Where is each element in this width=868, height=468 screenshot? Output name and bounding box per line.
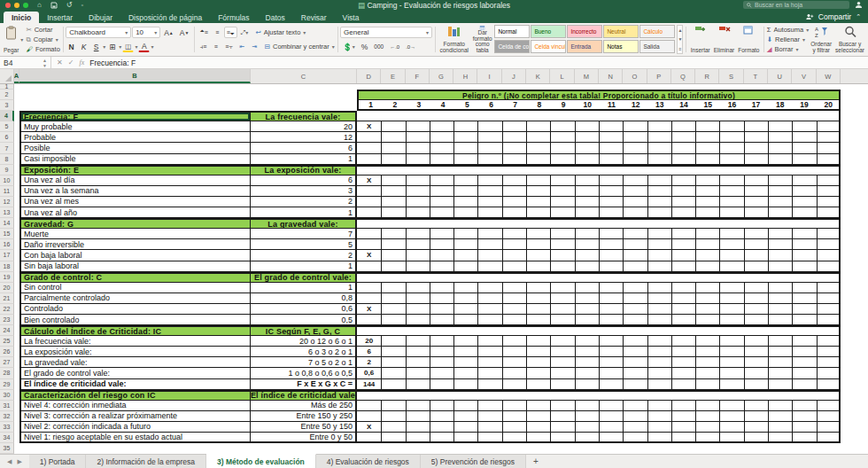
- cell-V12[interactable]: [792, 197, 816, 207]
- cell-L27[interactable]: [550, 357, 574, 368]
- column-header-I[interactable]: I: [477, 69, 501, 83]
- cell-F15[interactable]: [406, 229, 430, 239]
- ribbon-tab-datos[interactable]: Datos: [258, 12, 293, 23]
- cell-T10[interactable]: [744, 176, 768, 186]
- paste-dropdown[interactable]: ▾: [20, 36, 23, 43]
- cell-T15[interactable]: [744, 229, 768, 239]
- cell-B28[interactable]: El grado de control vale:: [19, 368, 251, 378]
- cell-B15[interactable]: Muerte: [19, 229, 251, 239]
- cell-J28[interactable]: [502, 368, 526, 378]
- cell-B23[interactable]: Bien controlado: [19, 315, 251, 325]
- cell-W8[interactable]: [817, 154, 841, 165]
- cell-Q6[interactable]: [671, 132, 695, 143]
- cell-Q22[interactable]: [671, 304, 695, 315]
- cell-I16[interactable]: [477, 239, 501, 250]
- row-header-34[interactable]: 34: [0, 433, 14, 443]
- cell-L21[interactable]: [550, 293, 574, 304]
- cell-K17[interactable]: [526, 250, 550, 261]
- cell-E18[interactable]: [381, 261, 405, 272]
- cell-U22[interactable]: [768, 304, 792, 315]
- cell-D20[interactable]: [357, 283, 381, 293]
- ribbon-tab-disposici-n-de-p-gina[interactable]: Disposición de página: [120, 12, 210, 23]
- column-header-Q[interactable]: Q: [671, 69, 695, 83]
- cell-R20[interactable]: [695, 283, 719, 293]
- cell-V11[interactable]: [792, 186, 816, 197]
- cell-L7[interactable]: [550, 143, 574, 153]
- cell-J6[interactable]: [502, 132, 526, 143]
- sheet-nav-left-icon[interactable]: ◀: [7, 458, 12, 465]
- cell-M27[interactable]: [575, 357, 599, 368]
- cell-O10[interactable]: [623, 176, 647, 186]
- cell-H12[interactable]: [453, 197, 477, 207]
- cell-F8[interactable]: [406, 154, 430, 165]
- cell-I20[interactable]: [477, 283, 501, 293]
- cell-M17[interactable]: [575, 250, 599, 261]
- cell-K33[interactable]: [526, 422, 550, 433]
- cell-D13[interactable]: [357, 207, 381, 218]
- cell-N11[interactable]: [599, 186, 623, 197]
- column-header-F[interactable]: F: [406, 69, 430, 83]
- cell-P12[interactable]: [647, 197, 671, 207]
- cell-R17[interactable]: [695, 250, 719, 261]
- cell-C33[interactable]: Entre 50 y 150: [251, 422, 357, 433]
- cell-E17[interactable]: [381, 250, 405, 261]
- cell-O23[interactable]: [623, 315, 647, 325]
- cell-R13[interactable]: [695, 207, 719, 218]
- cell-H20[interactable]: [453, 283, 477, 293]
- peligro-number-cell[interactable]: 6: [479, 100, 503, 109]
- cell-C7[interactable]: 6: [251, 143, 357, 153]
- cell-T23[interactable]: [744, 315, 768, 325]
- cell-K21[interactable]: [526, 293, 550, 304]
- format-painter-button[interactable]: 🖌Formato: [26, 45, 59, 53]
- cell-E33[interactable]: [381, 422, 405, 433]
- cell-V6[interactable]: [792, 132, 816, 143]
- row-header-32[interactable]: 32: [0, 411, 14, 422]
- cell-R25[interactable]: [695, 336, 719, 347]
- cell-T26[interactable]: [744, 347, 768, 357]
- cell-N28[interactable]: [599, 368, 623, 378]
- cell-T7[interactable]: [744, 143, 768, 153]
- cell-O7[interactable]: [623, 143, 647, 153]
- insert-cells-button[interactable]: Insertar: [689, 25, 712, 54]
- cell-L13[interactable]: [550, 207, 574, 218]
- cell-R32[interactable]: [695, 411, 719, 422]
- cell-B22[interactable]: Controlado: [19, 304, 251, 315]
- cell-O31[interactable]: [623, 401, 647, 411]
- decrease-indent-button[interactable]: ⇤: [236, 41, 248, 52]
- cell-O8[interactable]: [623, 154, 647, 165]
- cell-N25[interactable]: [599, 336, 623, 347]
- cell-S8[interactable]: [719, 154, 743, 165]
- row-header-20[interactable]: 20: [0, 283, 14, 293]
- cell-L18[interactable]: [550, 261, 574, 272]
- cell-B17[interactable]: Con baja laboral: [19, 250, 251, 261]
- cell-J16[interactable]: [502, 239, 526, 250]
- cell-P13[interactable]: [647, 207, 671, 218]
- cell-C21[interactable]: 0,8: [251, 293, 357, 304]
- cell-R21[interactable]: [695, 293, 719, 304]
- merge-center-button[interactable]: ⊟Combinar y centrar▾: [265, 43, 335, 51]
- cell-T31[interactable]: [744, 401, 768, 411]
- cell-S17[interactable]: [719, 250, 743, 261]
- format-as-table-button[interactable]: Dar formato como tabla: [470, 25, 494, 54]
- cell-P16[interactable]: [647, 239, 671, 250]
- cell-Q10[interactable]: [671, 176, 695, 186]
- cell-I8[interactable]: [477, 154, 501, 165]
- cell-I7[interactable]: [477, 143, 501, 153]
- cell-K20[interactable]: [526, 283, 550, 293]
- cell-C31[interactable]: Más de 250: [251, 401, 357, 411]
- cell-I32[interactable]: [477, 411, 501, 422]
- align-center-button[interactable]: ≡: [210, 41, 221, 52]
- column-header-S[interactable]: S: [719, 69, 743, 83]
- fill-color-button[interactable]: ◫: [122, 41, 134, 52]
- peligro-number-cell[interactable]: 11: [600, 100, 624, 109]
- underline-button[interactable]: S: [90, 41, 102, 52]
- cell-V34[interactable]: [792, 433, 816, 443]
- cell-V20[interactable]: [792, 283, 816, 293]
- cell-B32[interactable]: Nivel 3: corrección a realizar próximame…: [19, 411, 251, 422]
- cell-G28[interactable]: [430, 368, 453, 378]
- cell-S32[interactable]: [719, 411, 743, 422]
- cell-B8[interactable]: Casi imposible: [19, 154, 251, 165]
- cell-W18[interactable]: [817, 261, 841, 272]
- cell-W31[interactable]: [817, 401, 841, 411]
- cell-B30[interactable]: Caracterización del riesgo con IC: [19, 390, 251, 401]
